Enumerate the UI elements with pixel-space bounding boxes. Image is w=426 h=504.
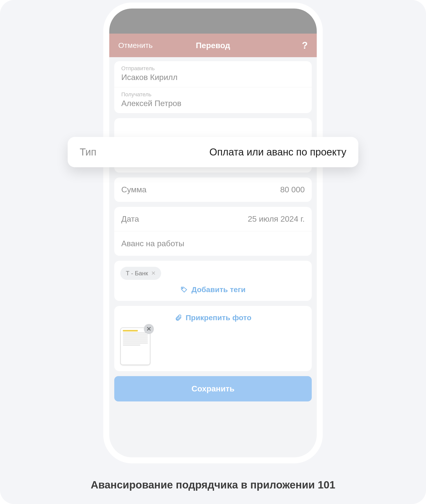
add-tags-button[interactable]: Добавить теги — [120, 285, 306, 294]
recipient-field[interactable]: Получатель Алексей Петров — [114, 87, 312, 113]
date-value: 25 июля 2024 г. — [248, 214, 305, 224]
amount-field[interactable]: Сумма 80 000 — [114, 178, 312, 202]
paperclip-icon — [175, 314, 182, 321]
tag-icon — [180, 286, 188, 293]
phone-frame: Отменить Перевод ? Отправитель Исаков Ки… — [109, 9, 317, 457]
svg-point-0 — [182, 288, 183, 289]
type-label: Тип — [80, 146, 96, 158]
amount-label: Сумма — [121, 185, 147, 194]
save-button[interactable]: Сохранить — [114, 376, 312, 401]
parties-card: Отправитель Исаков Кирилл Получатель Але… — [114, 61, 312, 113]
sender-value: Исаков Кирилл — [121, 73, 305, 82]
attach-photo-label: Прикрепить фото — [186, 313, 251, 322]
navbar: Отменить Перевод ? — [109, 34, 317, 57]
date-field[interactable]: Дата 25 июля 2024 г. — [114, 207, 312, 231]
tag-chip-label: Т - Банк — [126, 270, 148, 277]
attach-card: Прикрепить фото ✕ — [114, 306, 312, 371]
status-bar — [109, 9, 317, 34]
note-field[interactable]: Аванс на работы — [114, 231, 312, 256]
type-popover[interactable]: Тип Оплата или аванс по проекту — [68, 137, 358, 167]
tag-remove-icon[interactable]: ✕ — [151, 270, 156, 277]
recipient-label: Получатель — [121, 91, 305, 98]
type-value: Оплата или аванс по проекту — [209, 146, 346, 158]
add-tags-label: Добавить теги — [191, 285, 246, 294]
tags-card: Т - Банк ✕ Добавить теги — [114, 261, 312, 301]
help-button[interactable]: ? — [302, 40, 308, 51]
date-label: Дата — [121, 214, 139, 224]
form-content: Отправитель Исаков Кирилл Получатель Але… — [109, 57, 317, 457]
navbar-title: Перевод — [196, 41, 230, 50]
note-value: Аванс на работы — [121, 239, 184, 248]
date-note-card: Дата 25 июля 2024 г. Аванс на работы — [114, 207, 312, 256]
caption: Авансирование подрядчика в приложении 10… — [0, 479, 426, 491]
outer-card: Отменить Перевод ? Отправитель Исаков Ки… — [0, 0, 426, 504]
recipient-value: Алексей Петров — [121, 99, 305, 108]
amount-value: 80 000 — [280, 185, 305, 194]
cancel-button[interactable]: Отменить — [118, 41, 153, 50]
attachment-thumbnail[interactable]: ✕ — [120, 327, 150, 365]
sender-field[interactable]: Отправитель Исаков Кирилл — [114, 61, 312, 87]
sender-label: Отправитель — [121, 65, 305, 72]
tag-chip[interactable]: Т - Банк ✕ — [120, 267, 161, 280]
remove-attachment-icon[interactable]: ✕ — [144, 324, 154, 334]
